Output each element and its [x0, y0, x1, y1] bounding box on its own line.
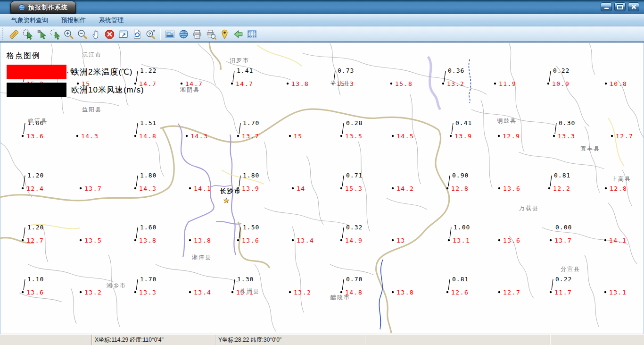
wind-barb: [342, 123, 344, 134]
zoom-in-icon: [63, 29, 74, 40]
cancel-button[interactable]: [103, 27, 116, 41]
wind-barb: [452, 123, 453, 134]
wind-barb: [233, 71, 234, 82]
full-extent-button[interactable]: [116, 27, 130, 41]
grid-point: 1.2012.7: [22, 224, 44, 244]
menu-item-2[interactable]: 系统管理: [92, 14, 130, 26]
refresh-button[interactable]: [130, 27, 144, 41]
grid-point: 13.1: [604, 289, 627, 296]
select-circle-icon: [22, 29, 33, 40]
legend-item: 欧洲10米风速(m/s): [7, 83, 144, 97]
back-button[interactable]: [231, 27, 245, 41]
city-label: 株洲县: [239, 288, 260, 295]
grid-points-layer: 1.6115.2151.2214.714.71.4114.713.80.7315…: [22, 67, 634, 296]
zoom-in-button[interactable]: [62, 27, 75, 41]
select-icon: [36, 29, 47, 40]
temperature-value: 13.6: [503, 185, 520, 192]
grid-point: 13: [392, 237, 405, 244]
temperature-value: 13.7: [84, 185, 102, 192]
wind-barb: [24, 123, 25, 134]
identify-button[interactable]: ?±: [144, 27, 157, 41]
grid-point: 13.8: [189, 237, 212, 244]
temperature-value: 12.9: [503, 133, 520, 140]
zoom-out-button[interactable]: [75, 27, 89, 41]
grid-select-button[interactable]: [245, 27, 259, 41]
print-preview-button[interactable]: [204, 27, 218, 41]
measure-button[interactable]: [7, 27, 21, 41]
grid-point: 0.7014.8: [340, 276, 363, 296]
close-button[interactable]: [628, 2, 639, 11]
city-label: 万载县: [519, 205, 539, 211]
temperature-value: 13.3: [139, 289, 157, 296]
grid-point: 10.8: [605, 80, 627, 87]
grid-point: 13.2: [289, 289, 312, 296]
grid-point: 0.4113.9: [450, 119, 472, 140]
wind-speed-value: 0.32: [346, 224, 363, 231]
grid-point: 13.8: [287, 80, 309, 87]
temperature-value: 15.8: [395, 80, 413, 87]
wind-speed-value: 1.60: [140, 224, 157, 231]
temperature-value: 12.2: [553, 185, 570, 192]
city-label: 湘潭县: [191, 254, 212, 261]
export-image-button[interactable]: [163, 27, 177, 41]
menu-item-0[interactable]: 气象资料查询: [5, 14, 55, 26]
grid-point: 0.2813.5: [340, 119, 363, 140]
select-button[interactable]: [34, 27, 48, 41]
grid-point: 0.3214.9: [340, 224, 363, 244]
wind-speed-value: 1.10: [27, 276, 44, 283]
restore-button[interactable]: [614, 2, 626, 11]
svg-text:±: ±: [153, 29, 155, 33]
temperature-value: 15: [294, 133, 303, 140]
print-button[interactable]: [190, 27, 204, 41]
world-button[interactable]: [177, 27, 190, 41]
pan-button[interactable]: [89, 27, 103, 41]
wind-barb: [450, 227, 451, 238]
city-label: 湘阴县: [180, 86, 200, 93]
grid-point: 12.9: [498, 133, 520, 140]
temperature-value: 12.7: [503, 289, 520, 296]
wind-barb: [239, 123, 240, 134]
grid-legend: 格点图例 欧洲2米温度(℃)欧洲10米风速(m/s): [7, 51, 144, 101]
map-canvas[interactable]: 1.6115.2151.2214.714.71.4114.713.80.7315…: [0, 42, 644, 334]
grid-point: 0.3613.2: [442, 67, 465, 87]
menu-item-1[interactable]: 预报制作: [55, 14, 92, 26]
wind-barb: [136, 279, 138, 290]
temperature-value: 13.2: [294, 289, 311, 296]
location-pin-button[interactable]: [218, 27, 231, 41]
grid-point: 0.8112.6: [446, 276, 469, 296]
legend-swatch: [7, 65, 66, 79]
legend-label: 欧洲2米温度(℃): [71, 67, 132, 77]
temperature-value: 14.3: [81, 133, 99, 140]
temperature-value: 13.8: [396, 289, 414, 296]
legend-swatch: [7, 83, 66, 97]
grid-point: 1.7013.7: [237, 119, 260, 140]
grid-point: 12.8: [605, 185, 627, 192]
temperature-value: 13.8: [139, 237, 157, 244]
wind-speed-value: 1.41: [237, 67, 253, 74]
location-pin-icon: [219, 29, 230, 40]
temperature-value: 13.2: [84, 289, 102, 296]
print-preview-icon: [206, 29, 216, 40]
wind-speed-value: 1.30: [237, 276, 254, 283]
temperature-value: 12.7: [616, 133, 633, 140]
temperature-value: 13.4: [194, 289, 211, 296]
grid-point: 14.5: [392, 133, 414, 140]
toolbar-grip: [2, 28, 5, 40]
select-lasso-button[interactable]: [48, 27, 62, 41]
select-circle-button[interactable]: [21, 27, 34, 41]
minimize-button[interactable]: [601, 2, 612, 11]
wind-barb: [444, 71, 446, 82]
temperature-value: 13.7: [242, 133, 259, 140]
temperature-value: 13.6: [26, 133, 44, 140]
temperature-value: 13.5: [84, 237, 102, 244]
temperature-value: 14.1: [194, 185, 211, 192]
grid-point: 13.6: [498, 237, 521, 244]
temperature-value: 14.7: [236, 80, 253, 87]
wind-speed-value: 0.22: [553, 67, 570, 74]
world-icon: [178, 29, 189, 40]
full-extent-icon: [118, 29, 129, 40]
temperature-value: 13.3: [558, 133, 575, 140]
grid-point: 0.3013.3: [553, 119, 576, 140]
temperature-value: 14.2: [396, 185, 414, 192]
grid-point: 14.3: [76, 133, 99, 140]
